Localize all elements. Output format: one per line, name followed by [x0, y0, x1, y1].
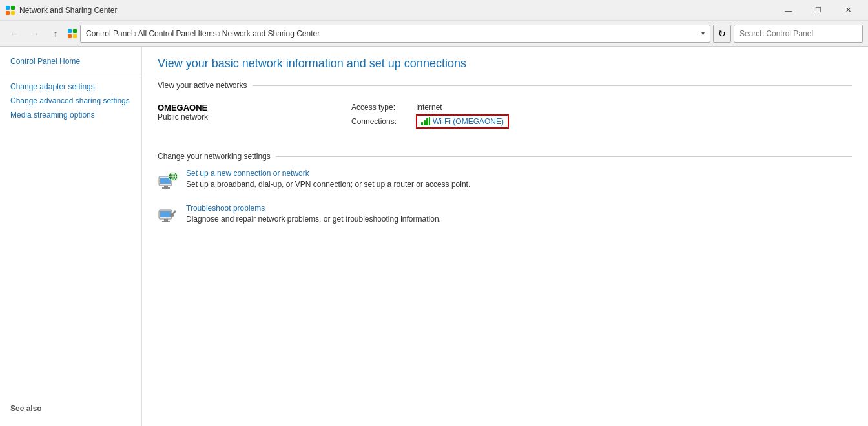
breadcrumb-sep-2: ›: [218, 29, 221, 38]
networking-settings-header: Change your networking settings: [158, 152, 852, 161]
network-info-col: Access type: Internet Connections:: [351, 103, 852, 131]
titlebar: Network and Sharing Center — ☐ ✕: [0, 0, 868, 21]
svg-rect-15: [162, 187, 170, 189]
breadcrumb-item-3[interactable]: Network and Sharing Center: [222, 29, 320, 38]
section-divider-2: [276, 156, 852, 157]
setup-connection-item: + Set up a new connection or network Set…: [158, 169, 852, 191]
content-area: View your basic network information and …: [142, 47, 868, 426]
section-divider: [253, 85, 852, 86]
network-name-col: OMEGAONE Public network: [158, 103, 351, 122]
titlebar-left: Network and Sharing Center: [5, 5, 117, 16]
control-panel-icon: [67, 28, 78, 39]
access-type-value: Internet: [416, 103, 442, 112]
access-type-row: Access type: Internet: [351, 103, 852, 112]
wifi-label: Wi-Fi (OMEGAONE): [433, 117, 504, 126]
breadcrumb-sep-1: ›: [134, 29, 137, 38]
svg-rect-22: [160, 211, 170, 217]
setup-connection-text: Set up a new connection or network Set u…: [186, 169, 470, 189]
page-title: View your basic network information and …: [158, 57, 852, 70]
troubleshoot-item: Troubleshoot problems Diagnose and repai…: [158, 204, 852, 226]
minimize-button[interactable]: —: [774, 0, 803, 21]
svg-rect-5: [73, 29, 77, 33]
svg-rect-23: [164, 219, 168, 221]
svg-rect-3: [11, 11, 15, 15]
address-dropdown-icon[interactable]: ▾: [701, 30, 705, 37]
svg-point-25: [170, 213, 174, 217]
networking-settings-section: Change your networking settings: [158, 152, 852, 226]
setup-connection-desc: Set up a broadband, dial-up, or VPN conn…: [186, 180, 470, 189]
refresh-button[interactable]: ↻: [713, 25, 731, 43]
svg-rect-6: [68, 34, 72, 38]
svg-rect-8: [421, 122, 423, 125]
active-networks-header: View your active networks: [158, 81, 852, 90]
troubleshoot-link[interactable]: Troubleshoot problems: [186, 204, 441, 213]
wifi-connection-link[interactable]: Wi-Fi (OMEGAONE): [416, 114, 509, 129]
breadcrumb-item-1[interactable]: Control Panel: [86, 29, 133, 38]
svg-rect-24: [162, 221, 170, 222]
svg-rect-2: [6, 11, 10, 15]
sidebar-item-adapter[interactable]: Change adapter settings: [0, 80, 141, 94]
breadcrumb: Control Panel › All Control Panel Items …: [86, 29, 699, 38]
app-icon: [5, 5, 16, 16]
addressbar: ← → ↑ Control Panel › All Control Panel …: [0, 21, 868, 47]
setup-connection-link[interactable]: Set up a new connection or network: [186, 169, 470, 178]
access-type-label: Access type:: [351, 103, 416, 112]
svg-rect-9: [424, 120, 426, 125]
search-input[interactable]: [734, 25, 863, 43]
svg-rect-7: [73, 34, 77, 38]
troubleshoot-icon: [158, 205, 178, 226]
sidebar-divider: [0, 74, 141, 74]
svg-rect-4: [68, 29, 72, 33]
breadcrumb-item-2[interactable]: All Control Panel Items: [138, 29, 217, 38]
up-button[interactable]: ↑: [46, 25, 65, 43]
sidebar-item-advanced-sharing[interactable]: Change advanced sharing settings: [0, 94, 141, 108]
troubleshoot-desc: Diagnose and repair network problems, or…: [186, 215, 441, 224]
active-networks-section: View your active networks OMEGAONE Publi…: [158, 81, 852, 136]
svg-rect-10: [426, 118, 428, 125]
forward-button[interactable]: →: [26, 25, 44, 43]
networking-settings-label: Change your networking settings: [158, 152, 271, 161]
svg-rect-11: [429, 117, 430, 125]
sidebar-item-media[interactable]: Media streaming options: [0, 108, 141, 122]
svg-rect-1: [11, 6, 15, 10]
connections-row: Connections: Wi-Fi (OMEGAONE): [351, 114, 852, 129]
network-name: OMEGAONE: [158, 103, 351, 112]
connections-label: Connections:: [351, 117, 416, 126]
troubleshoot-text: Troubleshoot problems Diagnose and repai…: [186, 204, 441, 224]
active-networks-label: View your active networks: [158, 81, 247, 90]
see-also-label: See also: [10, 404, 42, 413]
sidebar-item-home[interactable]: Control Panel Home: [0, 54, 141, 69]
network-row: OMEGAONE Public network Access type: Int…: [158, 98, 852, 136]
wifi-icon: [421, 117, 430, 126]
network-type: Public network: [158, 112, 351, 122]
setup-icon: +: [158, 170, 178, 191]
svg-rect-14: [164, 186, 168, 187]
svg-rect-0: [6, 6, 10, 10]
maximize-button[interactable]: ☐: [803, 0, 833, 21]
svg-text:+: +: [172, 171, 174, 176]
window-controls: — ☐ ✕: [774, 0, 863, 21]
back-button[interactable]: ←: [5, 25, 23, 43]
window-title: Network and Sharing Center: [19, 6, 117, 15]
main-layout: Control Panel Home Change adapter settin…: [0, 47, 868, 426]
address-box[interactable]: Control Panel › All Control Panel Items …: [80, 25, 710, 43]
close-button[interactable]: ✕: [833, 0, 863, 21]
sidebar: Control Panel Home Change adapter settin…: [0, 47, 142, 426]
